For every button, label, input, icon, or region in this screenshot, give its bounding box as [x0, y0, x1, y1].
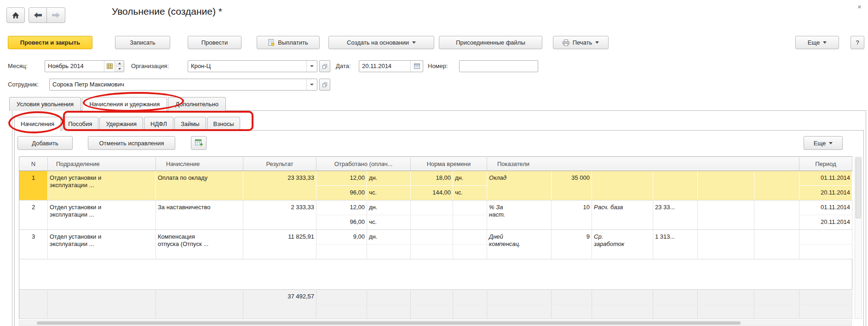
table-row[interactable]: 1 Отдел установки и эксплуатации ... Опл… [19, 171, 852, 186]
col-header-period: Период [799, 157, 852, 171]
col-header-department: Подразделение [48, 157, 156, 171]
history-nav [29, 7, 65, 23]
forward-icon [52, 12, 60, 18]
subtab-loans[interactable]: Займы [174, 117, 206, 131]
table-row[interactable]: 2 Отдел установки и эксплуатации ... За … [19, 200, 852, 215]
tab-dismissal-terms[interactable]: Условия увольнения [9, 97, 81, 111]
accruals-table: N Подразделение Начисление Результат Отр… [19, 156, 852, 319]
subtab-contributions[interactable]: Взносы [207, 117, 241, 131]
page-title: Увольнение (создание) * [112, 6, 222, 17]
horizontal-scrollbar[interactable] [19, 320, 852, 326]
post-button[interactable]: Провести [188, 36, 241, 49]
date-label: Дата: [336, 60, 351, 72]
chevron-down-icon [595, 41, 599, 44]
col-header-worked: Отработано (оплач... [316, 157, 411, 171]
calendar-grid-button[interactable] [104, 61, 115, 72]
organization-dropdown-button[interactable] [306, 61, 317, 72]
print-button[interactable]: Печать [553, 36, 609, 49]
create-on-basis-button[interactable]: Создать на основании [328, 36, 434, 49]
vertical-scrollbar-thumb[interactable] [856, 158, 861, 218]
forward-button[interactable] [47, 7, 65, 23]
employee-label: Сотрудник: [8, 79, 39, 91]
subtab-benefits[interactable]: Пособия [62, 117, 98, 131]
chevron-down-icon [823, 41, 827, 44]
totals-row: 37 492,57 [19, 290, 852, 304]
total-result: 37 492,57 [243, 290, 316, 319]
month-field[interactable]: Ноябрь 2014 [45, 60, 124, 72]
close-icon[interactable]: × [857, 3, 862, 11]
write-button[interactable]: Записать [115, 36, 170, 49]
undo-fixes-button[interactable]: Отменить исправления [88, 136, 175, 150]
grid-more-button[interactable]: Еще [804, 136, 843, 150]
spinner-down-icon [118, 68, 121, 70]
chevron-down-icon [412, 41, 416, 44]
employee-field[interactable]: Сорока Петр Максимович [49, 79, 317, 91]
more-button[interactable]: Еще [795, 36, 839, 49]
horizontal-scrollbar-thumb[interactable] [37, 321, 741, 325]
month-label: Месяц: [8, 60, 28, 72]
sub-tabs: Начисления Пособия Удержания НДФЛ Займы … [14, 117, 240, 131]
date-field[interactable]: 20.11.2014 [359, 60, 423, 72]
chevron-down-icon [310, 65, 314, 67]
attached-files-button[interactable]: Присоединенные файлы [439, 36, 542, 49]
employee-open-button[interactable] [319, 79, 330, 91]
col-header-n: N [19, 157, 48, 171]
main-tabs: Условия увольнения Начисления и удержани… [9, 97, 226, 111]
open-icon [322, 64, 327, 69]
organization-field[interactable]: Крон-Ц [188, 60, 317, 72]
pay-icon [268, 39, 275, 46]
col-header-norm: Норма времени [411, 157, 487, 171]
dismissal-document-window: Увольнение (создание) * × Провести и зак… [0, 0, 868, 326]
col-header-accrual: Начисление [156, 157, 243, 171]
calendar-icon [414, 63, 420, 69]
subtab-deductions[interactable]: Удержания [99, 117, 143, 131]
table-header-row: N Подразделение Начисление Результат Отр… [19, 157, 852, 171]
spinner-up-button[interactable] [115, 61, 124, 66]
table-row[interactable]: 3 Отдел установки и эксплуатации ... Ком… [19, 230, 852, 245]
spinner-down-button[interactable] [115, 66, 124, 72]
open-icon [322, 82, 327, 87]
home-button[interactable] [6, 7, 25, 23]
vertical-scrollbar[interactable] [855, 157, 862, 319]
home-icon [12, 12, 19, 19]
add-row-button[interactable]: Добавить [17, 136, 73, 150]
subtab-ndfl[interactable]: НДФЛ [144, 117, 173, 131]
organization-open-button[interactable] [319, 60, 330, 72]
table-add-icon [195, 139, 203, 147]
number-field[interactable] [459, 60, 538, 72]
calendar-grid-icon [107, 63, 113, 69]
help-button[interactable]: ? [851, 36, 864, 49]
number-label: Номер: [428, 60, 448, 72]
organization-label: Организация: [131, 60, 169, 72]
col-header-indicators: Показатели [487, 157, 799, 171]
back-icon [34, 12, 42, 18]
tab-additional[interactable]: Дополнительно [168, 97, 226, 111]
empty-grid-area [19, 259, 852, 290]
month-spinner [115, 61, 124, 72]
chevron-down-icon [310, 84, 314, 86]
print-icon [563, 40, 569, 46]
subtab-accruals[interactable]: Начисления [14, 117, 61, 131]
date-calendar-button[interactable] [410, 61, 423, 72]
post-and-close-button[interactable]: Провести и закрыть [8, 36, 92, 49]
chevron-down-icon [829, 142, 833, 144]
spinner-up-icon [118, 63, 121, 64]
recalculate-table-button[interactable] [191, 136, 207, 150]
back-button[interactable] [29, 7, 47, 23]
col-header-result: Результат [243, 157, 316, 171]
pay-button[interactable]: Выплатить [257, 36, 320, 49]
employee-dropdown-button[interactable] [306, 79, 317, 90]
tab-accruals-deductions[interactable]: Начисления и удержания [82, 97, 167, 111]
